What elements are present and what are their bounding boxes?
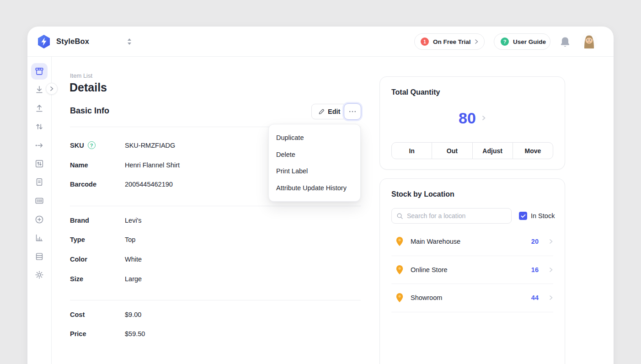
field-label: Name (70, 161, 88, 169)
location-qty: 16 (531, 266, 539, 273)
stock-adjust-button[interactable]: Adjust (472, 143, 513, 159)
menu-item-duplicate[interactable]: Duplicate (269, 129, 360, 146)
location-search[interactable] (391, 208, 512, 224)
stock-out-button[interactable]: Out (432, 143, 472, 159)
top-bar: StyleBox 1 On Free Trial ? User Guide (27, 27, 614, 57)
sidebar-item-analytics[interactable] (31, 230, 48, 246)
gear-icon (34, 270, 44, 280)
chevron-right-icon (474, 39, 479, 44)
field-label: Size (70, 275, 83, 283)
sidebar-item-transactions[interactable] (31, 155, 48, 172)
map-pin-icon (395, 265, 404, 275)
chevron-right-icon (49, 86, 54, 91)
search-icon (396, 213, 403, 219)
field-value: $9.00 (125, 311, 141, 318)
quantity-card-title: Total Quantity (391, 88, 440, 96)
stock-action-group: In Out Adjust Move (391, 142, 553, 159)
total-quantity-card: Total Quantity 80 In Out Adjust Move (379, 76, 565, 170)
storage-box-icon (34, 66, 44, 76)
trial-label: On Free Trial (433, 38, 471, 45)
field-value: Henri Flannel Shirt (125, 161, 180, 169)
arrow-right-dot-icon (34, 140, 44, 150)
sidebar-item-adjust[interactable] (31, 118, 48, 135)
field-row-color: Color White (70, 255, 361, 263)
section-title-basic-info: Basic Info (70, 106, 109, 116)
field-label: Color (70, 256, 87, 263)
field-label: Cost (70, 311, 85, 318)
app-window: StyleBox 1 On Free Trial ? User Guide (27, 27, 614, 364)
field-row-brand: Brand Levi's (70, 216, 361, 225)
total-quantity-value: 80 (459, 109, 476, 127)
sku-help-icon[interactable]: ? (88, 141, 96, 149)
field-value: Top (125, 236, 135, 243)
sidebar-expand-button[interactable] (46, 83, 58, 95)
location-name: Online Store (411, 266, 448, 273)
chevron-right-icon (481, 116, 486, 120)
field-value: SKU-RMZFIADG (125, 142, 175, 149)
menu-item-delete[interactable]: Delete (269, 146, 360, 163)
location-row-online-store[interactable]: Online Store 16 (391, 256, 553, 284)
in-stock-checkbox[interactable] (519, 212, 527, 220)
workspace-switcher-icon[interactable] (127, 38, 132, 45)
sidebar-item-documents[interactable] (31, 174, 48, 190)
field-label: SKU (70, 142, 84, 149)
user-guide-label: User Guide (513, 38, 546, 45)
menu-item-attribute-update-history[interactable]: Attribute Update History (269, 180, 360, 197)
user-avatar[interactable] (581, 33, 598, 50)
location-qty: 44 (531, 294, 539, 301)
stock-card-title: Stock by Location (391, 190, 454, 198)
sidebar-item-stock-in[interactable] (31, 81, 48, 98)
field-value: White (125, 256, 142, 263)
stock-in-button[interactable]: In (392, 143, 432, 159)
location-row-showroom[interactable]: Showroom 44 (391, 284, 553, 312)
plus-circle-icon (34, 214, 44, 225)
field-row-size: Size Large (70, 274, 361, 283)
location-search-input[interactable] (407, 212, 507, 219)
edit-button[interactable]: Edit (311, 104, 347, 119)
stock-move-button[interactable]: Move (513, 143, 553, 159)
in-stock-label[interactable]: In Stock (531, 212, 555, 219)
section-divider (70, 300, 361, 300)
location-qty: 20 (531, 238, 539, 245)
trial-alert-badge: 1 (421, 37, 429, 46)
sidebar-item-settings[interactable] (31, 267, 48, 283)
upload-icon (34, 103, 44, 113)
pencil-icon (318, 108, 325, 115)
map-pin-icon (395, 293, 404, 303)
up-down-arrows-icon (34, 122, 44, 132)
stock-by-location-card: Stock by Location In Stock Main Warehous… (379, 178, 565, 364)
field-row-cost: Cost $9.00 (70, 310, 361, 319)
document-icon (34, 177, 44, 187)
location-row-main-warehouse[interactable]: Main Warehouse 20 (391, 228, 553, 256)
location-name: Main Warehouse (411, 238, 460, 245)
location-name: Showroom (411, 294, 442, 301)
breadcrumb[interactable]: Item List (70, 72, 92, 79)
sidebar-item-stock-out[interactable] (31, 100, 48, 117)
help-question-icon: ? (501, 37, 509, 46)
sidebar-item-data[interactable] (31, 248, 48, 265)
location-list: Main Warehouse 20 Online Store 16 Showro… (391, 228, 553, 312)
field-row-price: Price $59.50 (70, 329, 361, 338)
field-value: $59.50 (125, 330, 145, 337)
sidebar-item-items[interactable] (31, 63, 48, 80)
field-label: Price (70, 330, 86, 337)
bar-chart-icon (34, 233, 44, 243)
field-label: Type (70, 236, 85, 243)
database-stack-icon (34, 252, 44, 262)
map-pin-icon (395, 236, 404, 246)
field-label: Brand (70, 217, 89, 224)
chevron-right-icon (549, 268, 553, 272)
app-logo-icon[interactable] (36, 34, 52, 49)
app-name: StyleBox (56, 37, 89, 46)
sidebar-item-barcode[interactable] (31, 193, 48, 209)
chevron-right-icon (549, 239, 553, 244)
user-guide-button[interactable]: ? User Guide (494, 33, 550, 50)
sidebar-item-move[interactable] (31, 137, 48, 154)
total-quantity-link[interactable]: 80 (380, 109, 565, 127)
panel-updown-icon (34, 159, 44, 169)
sidebar-item-add[interactable] (31, 211, 48, 228)
trial-status-button[interactable]: 1 On Free Trial (414, 33, 485, 50)
notification-bell-icon[interactable] (560, 36, 571, 48)
more-actions-button[interactable] (344, 103, 361, 120)
menu-item-print-label[interactable]: Print Label (269, 163, 360, 180)
